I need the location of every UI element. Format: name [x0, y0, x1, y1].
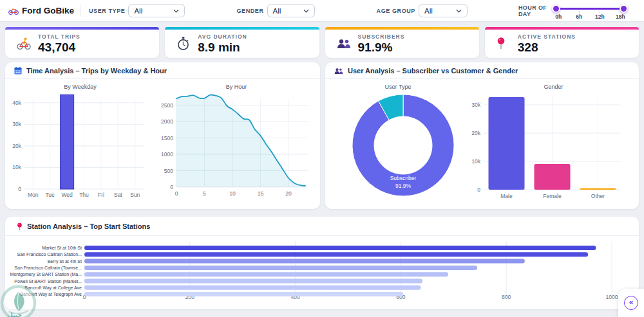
filter-label: AGE GROUP: [377, 8, 415, 14]
user-type-chart: User Type Subscriber91.9%: [328, 79, 468, 210]
kpi-subscribers: SUBSCRIBERS 91.9%: [325, 27, 479, 58]
slider-tick: 12h: [595, 14, 605, 20]
svg-text:40k: 40k: [12, 100, 21, 106]
svg-text:1000: 1000: [161, 151, 173, 158]
svg-text:2000: 2000: [161, 118, 173, 125]
svg-text:1000: 1000: [606, 294, 618, 300]
hour-slider[interactable]: 0h 6h 12h 18h: [556, 0, 624, 21]
people-icon: [334, 68, 343, 75]
header: Ford GoBike USER TYPE All GENDER All AGE…: [0, 0, 644, 21]
svg-text:20: 20: [285, 190, 292, 197]
panel-header: User Analysis – Subscriber vs Customer &…: [325, 62, 639, 79]
panel-header: Time Analysis – Trips by Weekday & Hour: [5, 62, 320, 79]
slider-tick: 0h: [555, 14, 562, 20]
svg-text:20k: 20k: [471, 130, 480, 136]
svg-text:10k: 10k: [12, 164, 21, 170]
svg-text:Tue: Tue: [45, 192, 55, 198]
svg-text:30k: 30k: [12, 121, 21, 127]
panel-title: User Analysis – Subscriber vs Customer &…: [348, 67, 518, 75]
people-icon: [337, 36, 351, 51]
kpi-avg-duration: AVG DURATION 8.9 min: [165, 27, 319, 58]
charts-row: Time Analysis – Trips by Weekday & Hour …: [0, 58, 644, 209]
kpi-row: TOTAL TRIPS 43,704 AVG DURATION 8.9 min: [0, 21, 644, 58]
svg-text:Fri: Fri: [98, 192, 104, 198]
svg-text:10k: 10k: [471, 158, 480, 165]
svg-text:20k: 20k: [12, 143, 21, 149]
gender-value: All: [273, 7, 281, 15]
chart-title: By Hour: [153, 84, 320, 92]
svg-text:15: 15: [258, 190, 264, 197]
svg-text:0: 0: [477, 186, 480, 193]
filter-label: USER TYPE: [89, 8, 125, 14]
svg-text:San Francisco Caltrain Station: San Francisco Caltrain Station...: [17, 252, 82, 257]
svg-text:10: 10: [229, 190, 236, 197]
svg-text:2500: 2500: [161, 102, 173, 109]
svg-text:Male: Male: [500, 193, 513, 199]
gender-bar-chart: 010k20k30kMaleFemaleOther: [468, 92, 628, 208]
svg-text:91.9%: 91.9%: [395, 183, 412, 189]
svg-text:Female: Female: [543, 193, 562, 199]
gender-chart: Gender 010k20k30kMaleFemaleOther: [468, 79, 639, 210]
panel-title: Time Analysis – Trips by Weekday & Hour: [26, 67, 167, 75]
age-group-value: All: [424, 7, 433, 15]
svg-text:Mon: Mon: [28, 192, 39, 198]
svg-text:Thu: Thu: [79, 192, 89, 198]
kpi-label: TOTAL TRIPS: [38, 33, 80, 40]
svg-text:0: 0: [175, 190, 178, 197]
brand-name: Ford GoBike: [22, 6, 74, 15]
hour-of-day-filter: HOUR OF DAY 0h 6h 12h 18h: [518, 0, 624, 21]
user-type-donut-chart: Subscriber91.9%: [328, 92, 468, 208]
hour-chart: By Hour 0500100015002000250005101520: [153, 79, 320, 210]
stopwatch-icon: [176, 36, 191, 51]
gender-select[interactable]: All: [267, 4, 315, 17]
weekday-bar-chart: 010k20k30k40kMonTueWedThuFriSatSun: [8, 92, 153, 208]
slider-track[interactable]: [556, 8, 624, 10]
panel-title: Station Analysis – Top Start Stations: [27, 222, 150, 230]
svg-text:Market St at 10th St: Market St at 10th St: [42, 246, 82, 250]
pin-icon: [497, 36, 511, 51]
svg-text:Berry St at 4th St: Berry St at 4th St: [48, 259, 82, 264]
chart-title: Gender: [468, 84, 639, 92]
svg-text:5: 5: [203, 190, 206, 197]
collapse-button[interactable]: «: [618, 289, 644, 317]
user-type-select[interactable]: All: [128, 4, 185, 17]
station-analysis-panel: Station Analysis – Top Start Stations 02…: [5, 217, 639, 309]
svg-text:Powell St BART Station (Market: Powell St BART Station (Market...: [14, 279, 82, 284]
pin-icon: [17, 222, 23, 231]
header-divider: [80, 5, 81, 17]
kpi-total-trips: TOTAL TRIPS 43,704: [5, 27, 159, 58]
svg-text:0: 0: [170, 184, 173, 190]
kpi-label: SUBSCRIBERS: [358, 33, 405, 40]
chevron-down-icon: [456, 9, 462, 13]
svg-text:Bancroft Way at Telegraph Ave: Bancroft Way at Telegraph Ave: [20, 292, 82, 297]
kpi-value: 8.9 min: [198, 41, 247, 55]
svg-text:Other: Other: [591, 193, 605, 199]
chevron-down-icon: [173, 9, 179, 13]
kpi-value: 91.9%: [358, 41, 405, 55]
slider-tick: 18h: [616, 14, 625, 20]
calendar-icon: [14, 67, 22, 75]
hour-of-day-label: HOUR OF DAY: [518, 5, 547, 17]
user-type-value: All: [134, 7, 142, 15]
svg-text:Subscriber: Subscriber: [390, 175, 417, 181]
kpi-label: ACTIVE STATIONS: [518, 33, 576, 40]
slider-tick: 6h: [576, 14, 582, 20]
chart-title: User Type: [328, 84, 468, 92]
filter-age-group: AGE GROUP All: [377, 4, 468, 17]
svg-text:Bancroft Way at College Ave: Bancroft Way at College Ave: [24, 285, 82, 291]
weekday-chart: By Weekday 010k20k30k40kMonTueWedThuFriS…: [8, 79, 153, 210]
chevron-down-icon: [303, 9, 309, 13]
kpi-active-stations: ACTIVE STATIONS 328: [485, 27, 639, 58]
age-group-select[interactable]: All: [419, 4, 468, 17]
kpi-value: 43,704: [38, 41, 80, 55]
svg-text:Sun: Sun: [130, 192, 140, 198]
watermark-text: حبيل: [8, 312, 22, 317]
bike-icon: [17, 36, 31, 51]
collapse-icon: «: [624, 296, 638, 310]
svg-text:1500: 1500: [161, 135, 173, 141]
filter-user-type: USER TYPE All: [89, 4, 185, 17]
time-analysis-panel: Time Analysis – Trips by Weekday & Hour …: [5, 62, 320, 209]
hour-line-chart: 0500100015002000250005101520: [153, 92, 315, 208]
svg-text:San Francisco Caltrain (Townse: San Francisco Caltrain (Townse...: [14, 266, 82, 271]
svg-text:Sat: Sat: [114, 192, 122, 198]
